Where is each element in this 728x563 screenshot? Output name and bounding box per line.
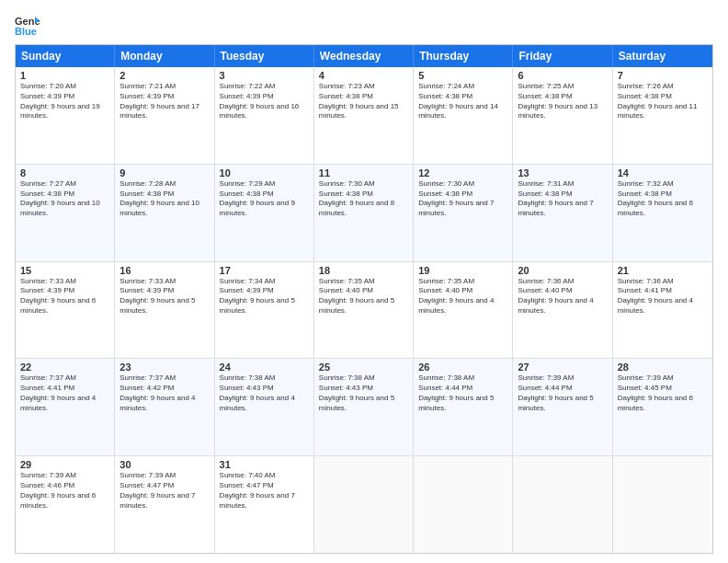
weekday-header-sunday: Sunday (16, 45, 115, 67)
day-number: 23 (119, 362, 209, 373)
day-info: Sunrise: 7:30 AMSunset: 4:38 PMDaylight:… (319, 179, 408, 219)
day-info: Sunrise: 7:23 AMSunset: 4:38 PMDaylight:… (319, 82, 408, 121)
day-number: 4 (319, 70, 408, 81)
calendar-body: 1Sunrise: 7:20 AMSunset: 4:39 PMDaylight… (16, 67, 712, 553)
day-info: Sunrise: 7:38 AMSunset: 4:43 PMDaylight:… (220, 373, 309, 413)
day-number: 1 (20, 70, 109, 81)
day-number: 11 (319, 167, 408, 178)
day-cell-27: 27Sunrise: 7:39 AMSunset: 4:44 PMDayligh… (513, 359, 612, 455)
day-cell-31: 31Sunrise: 7:40 AMSunset: 4:47 PMDayligh… (215, 456, 314, 553)
day-cell-17: 17Sunrise: 7:34 AMSunset: 4:39 PMDayligh… (215, 262, 314, 359)
day-cell-10: 10Sunrise: 7:29 AMSunset: 4:38 PMDayligh… (215, 165, 314, 261)
logo-icon: General Blue (15, 15, 40, 37)
empty-cell (513, 456, 612, 553)
empty-cell (613, 456, 712, 553)
calendar-week-2: 8Sunrise: 7:27 AMSunset: 4:38 PMDaylight… (16, 165, 712, 262)
day-info: Sunrise: 7:38 AMSunset: 4:44 PMDaylight:… (418, 373, 507, 413)
day-cell-16: 16Sunrise: 7:33 AMSunset: 4:39 PMDayligh… (115, 262, 214, 359)
day-number: 10 (220, 167, 309, 178)
day-cell-12: 12Sunrise: 7:30 AMSunset: 4:38 PMDayligh… (414, 165, 513, 261)
day-number: 24 (220, 362, 309, 373)
day-number: 31 (220, 459, 309, 470)
day-info: Sunrise: 7:27 AMSunset: 4:38 PMDaylight:… (20, 179, 109, 219)
day-number: 29 (20, 459, 109, 470)
day-info: Sunrise: 7:37 AMSunset: 4:41 PMDaylight:… (20, 373, 109, 413)
day-info: Sunrise: 7:29 AMSunset: 4:38 PMDaylight:… (220, 179, 309, 219)
day-info: Sunrise: 7:32 AMSunset: 4:38 PMDaylight:… (618, 179, 708, 219)
day-number: 12 (418, 167, 507, 178)
day-cell-23: 23Sunrise: 7:37 AMSunset: 4:42 PMDayligh… (115, 359, 214, 455)
day-info: Sunrise: 7:26 AMSunset: 4:38 PMDaylight:… (618, 82, 708, 121)
day-cell-7: 7Sunrise: 7:26 AMSunset: 4:38 PMDaylight… (613, 67, 712, 164)
day-info: Sunrise: 7:21 AMSunset: 4:39 PMDaylight:… (119, 82, 209, 121)
svg-text:Blue: Blue (15, 26, 37, 37)
day-info: Sunrise: 7:33 AMSunset: 4:39 PMDaylight:… (20, 277, 109, 316)
day-number: 30 (119, 459, 209, 470)
calendar-header: SundayMondayTuesdayWednesdayThursdayFrid… (16, 45, 712, 67)
calendar: SundayMondayTuesdayWednesdayThursdayFrid… (15, 44, 713, 554)
calendar-week-1: 1Sunrise: 7:20 AMSunset: 4:39 PMDaylight… (16, 67, 712, 165)
day-number: 22 (20, 362, 109, 373)
day-number: 13 (518, 167, 607, 178)
day-info: Sunrise: 7:24 AMSunset: 4:38 PMDaylight:… (418, 82, 507, 121)
weekday-header-saturday: Saturday (613, 45, 712, 67)
day-number: 16 (119, 265, 209, 276)
day-info: Sunrise: 7:25 AMSunset: 4:38 PMDaylight:… (518, 82, 607, 121)
day-cell-6: 6Sunrise: 7:25 AMSunset: 4:38 PMDaylight… (513, 67, 612, 164)
day-cell-2: 2Sunrise: 7:21 AMSunset: 4:39 PMDaylight… (115, 67, 214, 164)
day-info: Sunrise: 7:39 AMSunset: 4:45 PMDaylight:… (618, 373, 708, 413)
day-cell-4: 4Sunrise: 7:23 AMSunset: 4:38 PMDaylight… (314, 67, 414, 164)
day-number: 26 (418, 362, 507, 373)
empty-cell (414, 456, 513, 553)
day-info: Sunrise: 7:40 AMSunset: 4:47 PMDaylight:… (220, 471, 309, 511)
day-info: Sunrise: 7:35 AMSunset: 4:40 PMDaylight:… (418, 277, 507, 316)
weekday-header-monday: Monday (115, 45, 214, 67)
day-info: Sunrise: 7:39 AMSunset: 4:44 PMDaylight:… (518, 373, 607, 413)
day-number: 20 (518, 265, 607, 276)
day-number: 14 (618, 167, 708, 178)
day-number: 19 (418, 265, 507, 276)
day-cell-11: 11Sunrise: 7:30 AMSunset: 4:38 PMDayligh… (314, 165, 414, 261)
weekday-header-wednesday: Wednesday (314, 45, 414, 67)
day-info: Sunrise: 7:22 AMSunset: 4:39 PMDaylight:… (220, 82, 309, 121)
day-cell-19: 19Sunrise: 7:35 AMSunset: 4:40 PMDayligh… (414, 262, 513, 359)
day-cell-1: 1Sunrise: 7:20 AMSunset: 4:39 PMDaylight… (16, 67, 115, 164)
day-number: 9 (119, 167, 209, 178)
day-cell-28: 28Sunrise: 7:39 AMSunset: 4:45 PMDayligh… (613, 359, 712, 455)
day-info: Sunrise: 7:20 AMSunset: 4:39 PMDaylight:… (20, 82, 109, 121)
empty-cell (314, 456, 414, 553)
day-info: Sunrise: 7:34 AMSunset: 4:39 PMDaylight:… (220, 277, 309, 316)
day-cell-18: 18Sunrise: 7:35 AMSunset: 4:40 PMDayligh… (314, 262, 414, 359)
day-info: Sunrise: 7:39 AMSunset: 4:46 PMDaylight:… (20, 471, 109, 511)
day-number: 15 (20, 265, 109, 276)
day-number: 17 (220, 265, 309, 276)
day-number: 8 (20, 167, 109, 178)
day-number: 5 (418, 70, 507, 81)
day-cell-30: 30Sunrise: 7:39 AMSunset: 4:47 PMDayligh… (115, 456, 214, 553)
day-cell-8: 8Sunrise: 7:27 AMSunset: 4:38 PMDaylight… (16, 165, 115, 261)
day-cell-26: 26Sunrise: 7:38 AMSunset: 4:44 PMDayligh… (414, 359, 513, 455)
weekday-header-friday: Friday (513, 45, 612, 67)
day-cell-20: 20Sunrise: 7:36 AMSunset: 4:40 PMDayligh… (513, 262, 612, 359)
day-number: 27 (518, 362, 607, 373)
day-number: 2 (119, 70, 209, 81)
logo: General Blue (15, 15, 44, 37)
day-number: 18 (319, 265, 408, 276)
day-info: Sunrise: 7:38 AMSunset: 4:43 PMDaylight:… (319, 373, 408, 413)
day-info: Sunrise: 7:36 AMSunset: 4:41 PMDaylight:… (618, 277, 708, 316)
day-cell-21: 21Sunrise: 7:36 AMSunset: 4:41 PMDayligh… (613, 262, 712, 359)
day-number: 28 (618, 362, 708, 373)
day-info: Sunrise: 7:39 AMSunset: 4:47 PMDaylight:… (119, 471, 209, 511)
day-info: Sunrise: 7:33 AMSunset: 4:39 PMDaylight:… (119, 277, 209, 316)
day-info: Sunrise: 7:36 AMSunset: 4:40 PMDaylight:… (518, 277, 607, 316)
day-number: 25 (319, 362, 408, 373)
day-info: Sunrise: 7:30 AMSunset: 4:38 PMDaylight:… (418, 179, 507, 219)
day-number: 3 (220, 70, 309, 81)
day-info: Sunrise: 7:37 AMSunset: 4:42 PMDaylight:… (119, 373, 209, 413)
day-cell-14: 14Sunrise: 7:32 AMSunset: 4:38 PMDayligh… (613, 165, 712, 261)
day-info: Sunrise: 7:35 AMSunset: 4:40 PMDaylight:… (319, 277, 408, 316)
day-cell-15: 15Sunrise: 7:33 AMSunset: 4:39 PMDayligh… (16, 262, 115, 359)
calendar-week-3: 15Sunrise: 7:33 AMSunset: 4:39 PMDayligh… (16, 262, 712, 360)
day-cell-25: 25Sunrise: 7:38 AMSunset: 4:43 PMDayligh… (314, 359, 414, 455)
header: General Blue (15, 15, 713, 37)
